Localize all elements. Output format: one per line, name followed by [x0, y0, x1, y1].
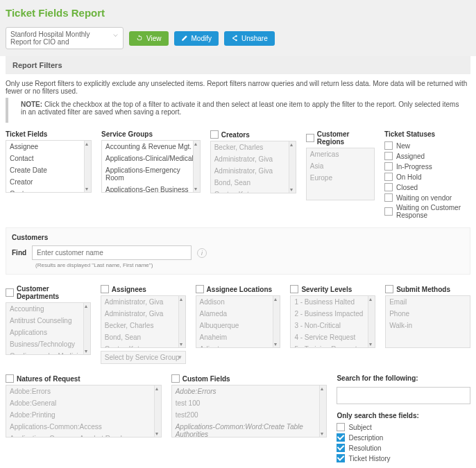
status-checkbox[interactable] — [384, 173, 393, 181]
list-item[interactable]: Bond, Sean — [101, 331, 185, 343]
status-checkbox[interactable] — [384, 183, 393, 191]
customer-search-input[interactable] — [32, 245, 192, 260]
list-item[interactable]: Europe — [307, 172, 374, 184]
natures-list[interactable]: Adobe:Errors Adobe:General Adobe:Printin… — [6, 385, 162, 437]
submit-checkbox[interactable] — [385, 285, 393, 293]
regions-list[interactable]: Americas Asia Europe — [306, 148, 375, 200]
list-item[interactable]: Applications-Common:Word:Create Table Au… — [172, 421, 327, 437]
list-item[interactable]: Walk-in — [386, 320, 470, 331]
list-item[interactable]: Customer — [6, 188, 91, 193]
list-item[interactable]: 5 - Training Request — [291, 343, 375, 348]
list-item[interactable]: Americas — [307, 148, 374, 160]
scrollbar[interactable] — [273, 296, 280, 347]
info-icon[interactable]: i — [197, 248, 207, 258]
status-checkbox[interactable] — [384, 152, 393, 160]
scrollbar[interactable] — [83, 303, 90, 354]
list-item[interactable]: Cardiovascular Medicine — [6, 350, 90, 355]
scrollbar[interactable] — [319, 385, 326, 437]
status-checkbox[interactable] — [384, 193, 393, 202]
locations-checkbox[interactable] — [196, 285, 204, 293]
search-field-label: Resolution — [348, 444, 381, 452]
view-button[interactable]: View — [129, 31, 169, 46]
assignees-checkbox[interactable] — [101, 285, 109, 293]
list-item[interactable]: Administrator, Giva — [211, 153, 296, 165]
list-item[interactable]: Email — [386, 296, 470, 308]
list-item[interactable]: Assignee — [6, 141, 91, 153]
list-item[interactable]: Addison — [196, 296, 280, 308]
list-item[interactable]: 2 - Business Impacted — [291, 308, 375, 320]
natures-checkbox[interactable] — [6, 374, 14, 383]
list-item[interactable]: Applications-Emergency Room — [102, 164, 200, 184]
list-item[interactable]: Adobe:General — [6, 397, 161, 409]
list-item[interactable]: Adobe:Printing — [6, 409, 161, 421]
report-select[interactable]: Stanford Hospital Monthly Report for CIO… — [6, 27, 124, 49]
status-label: Assigned — [396, 153, 425, 160]
scrollbar[interactable] — [368, 296, 375, 347]
scrollbar[interactable] — [154, 385, 161, 437]
list-item[interactable]: Applications-Gen Business — [102, 184, 200, 193]
search-field-checkbox[interactable] — [337, 444, 345, 452]
list-item[interactable]: Applications — [6, 327, 90, 338]
list-item[interactable]: 1 - Business Halted — [291, 296, 375, 308]
list-item[interactable]: Phone — [386, 308, 470, 320]
assignees-list[interactable]: Administrator, Giva Administrator, Giva … — [101, 295, 186, 348]
list-item[interactable]: Becker, Charles — [101, 320, 185, 331]
list-item[interactable]: Contact — [6, 153, 91, 164]
service-groups-list[interactable]: Accounting & Revenue Mgt. Applications-C… — [101, 140, 201, 193]
list-item[interactable]: Business/Technology — [6, 338, 90, 350]
status-label: Waiting on Customer Response — [396, 204, 470, 219]
cust-depts-list[interactable]: Accounting Antitrust Counseling Applicat… — [6, 302, 91, 355]
list-item[interactable]: Becker, Charles — [211, 141, 296, 153]
list-item[interactable]: Create Date — [6, 164, 91, 176]
list-item[interactable]: 4 - Service Request — [291, 331, 375, 343]
list-item[interactable]: test 100 — [172, 397, 327, 409]
list-item[interactable]: 3 - Non-Critical — [291, 320, 375, 331]
custom-checkbox[interactable] — [171, 374, 180, 383]
list-item[interactable]: Alameda — [196, 308, 280, 320]
creators-list[interactable]: Becker, Charles Administrator, Giva Admi… — [210, 141, 296, 193]
severity-list[interactable]: 1 - Business Halted 2 - Business Impacte… — [290, 295, 375, 348]
scrollbar[interactable] — [178, 296, 185, 347]
scrollbar[interactable] — [84, 141, 91, 192]
severity-checkbox[interactable] — [290, 285, 298, 293]
search-input[interactable] — [337, 387, 470, 404]
locations-list[interactable]: Addison Alameda Albuquerque Anaheim Arli… — [196, 295, 281, 348]
service-group-select[interactable]: Select by Service Group — [101, 351, 186, 364]
list-item[interactable]: Accounting — [6, 303, 90, 315]
list-item[interactable]: Accounting & Revenue Mgt. — [102, 141, 200, 153]
list-item[interactable]: Asia — [307, 160, 374, 172]
unshare-button[interactable]: Unshare — [224, 31, 275, 46]
search-field-checkbox[interactable] — [337, 423, 345, 431]
list-item[interactable]: Adobe:Errors — [172, 385, 327, 397]
submit-list[interactable]: Email Phone Walk-in — [385, 295, 470, 348]
list-item[interactable]: Canter, Kate — [101, 343, 185, 348]
custom-list[interactable]: Adobe:Errors test 100 test200 Applicatio… — [171, 385, 328, 437]
list-item[interactable]: test200 — [172, 409, 327, 421]
list-item[interactable]: Canter, Kate — [211, 189, 296, 193]
list-item[interactable]: Administrator, Giva — [101, 296, 185, 308]
list-item[interactable]: Applications-Common:Acrobat Reader — [6, 433, 161, 437]
list-item[interactable]: Bond, Sean — [211, 177, 296, 189]
ticket-fields-list[interactable]: Assignee Contact Create Date Creator Cus… — [6, 140, 92, 193]
list-item[interactable]: Adobe:Errors — [6, 385, 161, 397]
creators-checkbox[interactable] — [210, 130, 219, 139]
list-item[interactable]: Antitrust Counseling — [6, 315, 90, 327]
scrollbar[interactable] — [193, 141, 200, 192]
list-item[interactable]: Albuquerque — [196, 320, 280, 331]
list-item[interactable]: Administrator, Giva — [101, 308, 185, 320]
modify-button[interactable]: Modify — [174, 31, 219, 46]
status-checkbox[interactable] — [384, 207, 393, 216]
search-field-checkbox[interactable] — [337, 433, 345, 442]
cust-depts-checkbox[interactable] — [6, 288, 14, 297]
scrollbar[interactable] — [289, 141, 296, 193]
status-checkbox[interactable] — [384, 141, 393, 150]
list-item[interactable]: Applications-Clinical/Medical — [102, 153, 200, 164]
list-item[interactable]: Administrator, Giva — [211, 165, 296, 177]
list-item[interactable]: Arlington — [196, 343, 280, 348]
list-item[interactable]: Applications-Common:Access — [6, 421, 161, 433]
status-checkbox[interactable] — [384, 162, 393, 171]
regions-checkbox[interactable] — [306, 134, 314, 142]
list-item[interactable]: Anaheim — [196, 331, 280, 343]
search-field-checkbox[interactable] — [337, 454, 345, 462]
list-item[interactable]: Creator — [6, 176, 91, 188]
